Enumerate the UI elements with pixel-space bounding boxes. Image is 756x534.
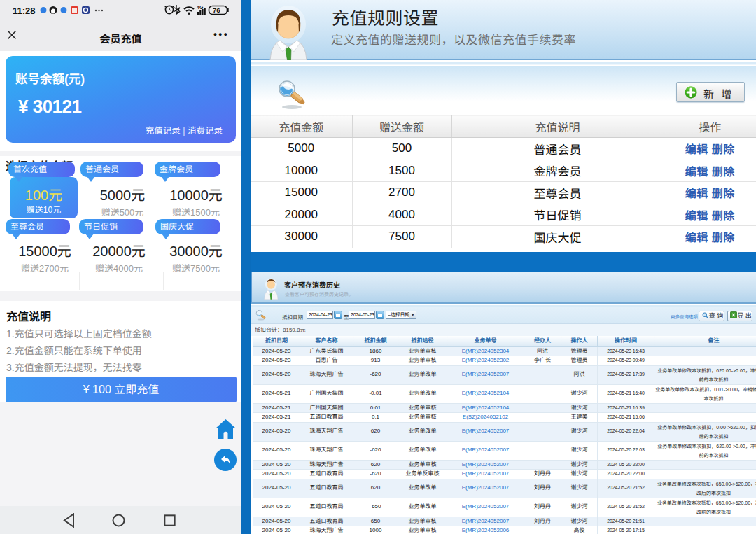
svg-text:76: 76 — [213, 6, 220, 14]
svg-text:4G: 4G — [197, 5, 204, 10]
